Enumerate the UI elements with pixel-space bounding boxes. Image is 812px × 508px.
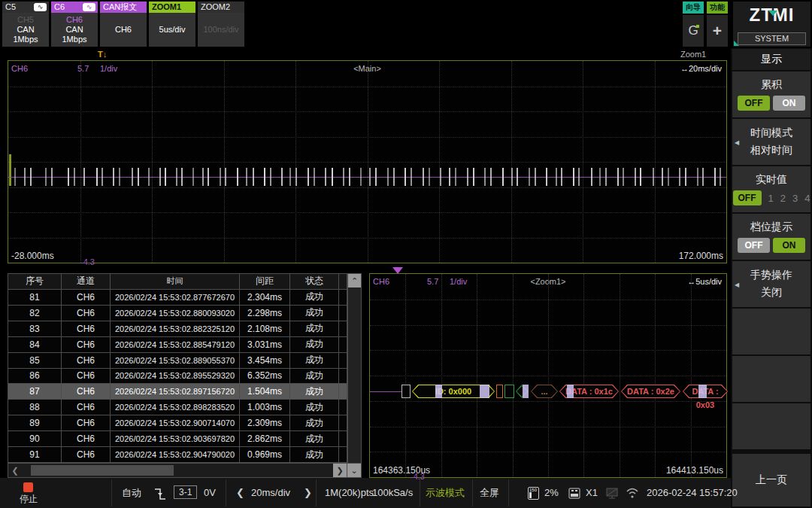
tab-C6[interactable]: C6∿CH6CAN1Mbps	[51, 2, 98, 47]
scroll-track[interactable]	[347, 447, 361, 463]
zoom-right-time: 164413.150us	[666, 465, 723, 476]
zoom-grid	[370, 274, 726, 477]
grid-line	[8, 87, 726, 87]
scroll-track[interactable]	[347, 384, 361, 400]
previous-page-button[interactable]: 上一页	[732, 454, 810, 506]
scroll-down-icon[interactable]: ⌄	[347, 464, 361, 477]
can-pulse	[455, 168, 456, 186]
table-vertical-scrollbar[interactable]: ⌃	[347, 274, 361, 290]
stop-label[interactable]: 停止	[15, 493, 42, 505]
table-row[interactable]: 88CH62026/02/24 15:53:02.8982835201.003m…	[8, 400, 361, 415]
table-row[interactable]: 82CH62026/02/24 15:53:02.8800930202.298m…	[8, 306, 361, 321]
scroll-track[interactable]	[347, 290, 361, 306]
sidebar-panel-累积[interactable]: 累积OFFON	[732, 71, 810, 117]
scroll-track[interactable]	[347, 353, 361, 369]
trigger-source[interactable]: 3-1	[174, 485, 197, 499]
can-pulse	[253, 168, 254, 186]
tab-header-label: ZOOM1	[149, 2, 195, 13]
table-row[interactable]: 91CH62026/02/24 15:53:02.9047900200.969m…	[8, 447, 361, 463]
main-grid	[8, 61, 726, 263]
tab-CAN报文[interactable]: CAN报文CH6	[100, 2, 147, 47]
table-horizontal-scrollbar[interactable]: ❮❯⌄	[8, 463, 361, 477]
zoom-position-marker[interactable]	[392, 267, 403, 274]
main-waveform-panel[interactable]: CH6 5.7 1/div <Main> ↔20ms/div -28.000ms…	[8, 60, 727, 263]
system-button[interactable]: SYSTEM	[738, 32, 806, 45]
table-cell: 成功	[290, 400, 339, 415]
sidebar-title: 显示	[732, 49, 810, 70]
table-row[interactable]: 84CH62026/02/24 15:53:02.8854791203.031m…	[8, 337, 361, 353]
row-filler	[339, 337, 347, 353]
can-pulse	[308, 168, 309, 186]
can-pulse	[181, 168, 183, 186]
toggle-on-button[interactable]: ON	[773, 238, 805, 253]
table-row[interactable]: 86CH62026/02/24 15:53:02.8955293206.352m…	[8, 369, 361, 385]
timebase-value[interactable]: 20ms/div	[251, 478, 290, 508]
realtime-option[interactable]: 2	[780, 193, 786, 204]
decode-baseline	[370, 391, 401, 392]
fullscreen-button[interactable]: 全屏	[480, 478, 499, 508]
guide-icon[interactable]: G	[683, 15, 704, 47]
tab-line: CAN	[17, 25, 34, 35]
sidebar-panel-手势操作[interactable]: ◀手势操作关闭	[732, 261, 810, 307]
toggle-off-button[interactable]: OFF	[738, 96, 770, 111]
can-pulse	[720, 168, 721, 186]
tab-C5[interactable]: C5∿CH5CAN1Mbps	[2, 2, 49, 47]
realtime-option[interactable]: 4	[804, 193, 810, 204]
trigger-level[interactable]: 0V	[204, 478, 216, 508]
toggle-off-button[interactable]: OFF	[738, 238, 770, 253]
panel-label: 时间模式	[750, 126, 792, 140]
timebase-prev-icon[interactable]: ❮	[236, 478, 244, 508]
bit-highlight-band	[435, 385, 442, 398]
table-cell: 81	[8, 290, 62, 306]
table-row[interactable]: 85CH62026/02/24 15:53:02.8890553703.454m…	[8, 353, 361, 369]
table-row[interactable]: 90CH62026/02/24 15:53:02.9036978202.862m…	[8, 431, 361, 447]
function-button[interactable]: 功能 +	[707, 2, 728, 47]
scroll-track[interactable]	[347, 321, 361, 337]
menu-expand-icon[interactable]: ◀	[735, 138, 739, 145]
trigger-mode[interactable]: 自动	[122, 478, 141, 508]
menu-expand-icon[interactable]: ◀	[735, 281, 739, 287]
guide-button[interactable]: 向导 G	[683, 2, 704, 47]
scroll-track[interactable]	[347, 306, 361, 321]
table-row[interactable]: 83CH62026/02/24 15:53:02.8823251202.108m…	[8, 321, 361, 337]
tab-ZOOM2[interactable]: ZOOM2100ns/div	[198, 2, 244, 47]
scroll-up-icon[interactable]: ⌃	[348, 274, 361, 287]
scroll-left-icon[interactable]: ❮	[8, 464, 22, 477]
toggle-on-button[interactable]: ON	[773, 96, 805, 111]
scroll-thumb[interactable]	[31, 465, 174, 476]
grid-line	[370, 325, 726, 326]
table-row[interactable]: 87CH62026/02/24 15:53:02.8971567201.504m…	[8, 384, 361, 400]
scroll-track[interactable]	[347, 431, 361, 447]
realtime-option[interactable]: 1	[768, 193, 774, 204]
realtime-option[interactable]: 3	[792, 193, 798, 204]
scroll-track[interactable]	[347, 369, 361, 385]
realtime-off-button[interactable]: OFF	[733, 190, 762, 205]
can-pulse	[605, 168, 607, 186]
can-pulse	[264, 168, 265, 186]
can-pulse	[578, 168, 580, 186]
scroll-track[interactable]	[22, 464, 333, 477]
scroll-track[interactable]	[347, 415, 361, 431]
can-pulse	[640, 168, 641, 186]
plus-icon[interactable]: +	[707, 15, 728, 47]
can-frame-table[interactable]: 序号通道时间间距状态⌃81CH62026/02/24 15:53:02.8776…	[8, 273, 362, 478]
table-row[interactable]: 81CH62026/02/24 15:53:02.8776726702.304m…	[8, 290, 361, 306]
scroll-right-icon[interactable]: ❯	[333, 464, 347, 477]
trigger-edge-icon[interactable]	[153, 479, 168, 508]
zoom1-waveform-panel[interactable]: CH6 5.7 1/div <Zoom1> ↔5us/div ID: 0x000…	[369, 273, 727, 478]
table-cell: 成功	[290, 290, 339, 306]
trigger-position-marker[interactable]: T↓	[98, 50, 107, 59]
can-pulse	[96, 168, 98, 186]
table-cell: 成功	[290, 321, 339, 337]
scroll-track[interactable]	[347, 400, 361, 415]
sidebar-panel-实时值[interactable]: 实时值OFF1234	[732, 166, 810, 212]
table-row[interactable]: 89CH62026/02/24 15:53:02.9007140702.309m…	[8, 415, 361, 431]
sidebar-panel-时间模式[interactable]: ◀时间模式相对时间	[732, 119, 810, 165]
tab-ZOOM1[interactable]: ZOOM15us/div	[149, 2, 195, 47]
stop-icon[interactable]	[23, 482, 33, 492]
scroll-track[interactable]	[347, 337, 361, 353]
scope-mode[interactable]: 示波模式	[426, 478, 465, 508]
sidebar-panel-档位提示[interactable]: 档位提示OFFON	[732, 214, 810, 260]
timebase-next-icon[interactable]: ❯	[304, 478, 312, 508]
panel-label: 手势操作	[750, 269, 792, 282]
